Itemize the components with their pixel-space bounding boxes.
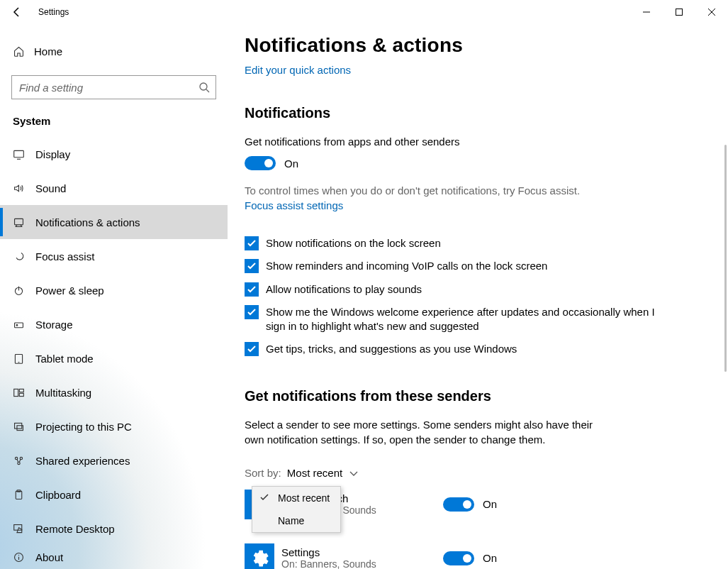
sort-label: Sort by: xyxy=(245,467,281,479)
sidebar-item-label: Remote Desktop xyxy=(35,523,115,535)
projecting-icon xyxy=(13,421,28,433)
sidebar-item-label: Power & sleep xyxy=(35,284,104,297)
close-button[interactable] xyxy=(695,0,728,24)
svg-rect-3 xyxy=(15,219,23,225)
sidebar-item-power-sleep[interactable]: Power & sleep xyxy=(0,273,228,307)
get-notifications-text: Get notifications from apps and other se… xyxy=(245,134,711,149)
sort-value[interactable]: Most recent xyxy=(287,467,342,479)
check-label: Show notifications on the lock screen xyxy=(266,236,441,250)
check-play-sounds[interactable] xyxy=(245,282,259,297)
check-label: Get tips, tricks, and suggestions as you… xyxy=(266,342,517,356)
sidebar-item-tablet-mode[interactable]: Tablet mode xyxy=(0,341,228,375)
dropdown-option-name[interactable]: Name xyxy=(252,509,340,532)
sidebar-item-label: Clipboard xyxy=(35,489,81,501)
display-icon xyxy=(13,148,28,160)
home-icon xyxy=(13,45,28,57)
minimize-button[interactable] xyxy=(630,0,663,24)
check-lock-screen[interactable] xyxy=(245,236,259,250)
sidebar-item-label: About xyxy=(35,551,63,563)
sidebar-item-focus-assist[interactable]: Focus assist xyxy=(0,239,228,273)
sidebar-item-label: Storage xyxy=(35,319,73,331)
sort-dropdown[interactable]: Most recent Name xyxy=(252,486,341,533)
notifications-heading: Notifications xyxy=(245,105,711,121)
svg-rect-2 xyxy=(14,150,24,157)
dropdown-option-most-recent[interactable]: Most recent xyxy=(252,487,340,509)
sidebar-item-multitasking[interactable]: Multitasking xyxy=(0,375,228,409)
sidebar-item-label: Multitasking xyxy=(35,387,91,399)
sidebar-item-storage[interactable]: Storage xyxy=(0,307,228,341)
svg-rect-8 xyxy=(14,389,18,396)
sidebar-item-label: Projecting to this PC xyxy=(35,421,132,433)
sidebar-home-label: Home xyxy=(34,45,62,57)
toggle-state-label: On xyxy=(483,552,497,564)
sidebar-item-notifications[interactable]: Notifications & actions xyxy=(0,205,228,239)
multitasking-icon xyxy=(13,387,28,399)
checkmark-icon xyxy=(259,492,269,504)
power-icon xyxy=(13,284,28,297)
sender-row[interactable]: Settings On: Banners, Sounds On xyxy=(245,536,711,570)
sidebar-home[interactable]: Home xyxy=(0,37,228,65)
sender-toggle[interactable] xyxy=(443,497,474,512)
sidebar-nav: Display Sound Notifications & actions Fo… xyxy=(0,137,228,568)
check-label: Allow notifications to play sounds xyxy=(266,282,422,297)
check-tips-tricks[interactable] xyxy=(245,342,259,356)
svg-rect-16 xyxy=(16,491,22,499)
sidebar-item-shared-experiences[interactable]: Shared experiences xyxy=(0,443,228,477)
senders-heading: Get notifications from these senders xyxy=(245,388,711,404)
sidebar-item-label: Display xyxy=(35,148,70,160)
edit-quick-actions-link[interactable]: Edit your quick actions xyxy=(245,64,351,76)
svg-point-6 xyxy=(16,324,18,326)
sidebar: Home System Display Sound Notification xyxy=(0,24,228,569)
window-title: Settings xyxy=(38,7,69,17)
maximize-button[interactable] xyxy=(663,0,695,24)
focus-assist-icon xyxy=(13,250,28,263)
page-title: Notifications & actions xyxy=(245,34,711,57)
sidebar-item-about[interactable]: About xyxy=(0,546,228,568)
tablet-icon xyxy=(13,353,28,365)
chevron-down-icon xyxy=(349,467,358,479)
sidebar-item-projecting[interactable]: Projecting to this PC xyxy=(0,409,228,443)
main-panel: Notifications & actions Edit your quick … xyxy=(228,24,728,569)
notifications-icon xyxy=(13,216,28,228)
clipboard-icon xyxy=(13,489,28,501)
sort-by[interactable]: Sort by: Most recent xyxy=(245,467,711,479)
sidebar-item-label: Shared experiences xyxy=(35,455,130,467)
dropdown-option-label: Most recent xyxy=(278,492,330,504)
sidebar-item-display[interactable]: Display xyxy=(0,137,228,171)
sidebar-item-clipboard[interactable]: Clipboard xyxy=(0,477,228,512)
toggle-state-label: On xyxy=(483,498,497,510)
focus-assist-hint: To control times when you do or don't ge… xyxy=(245,183,711,198)
svg-rect-10 xyxy=(19,393,23,396)
svg-point-15 xyxy=(18,462,20,464)
remote-desktop-icon xyxy=(13,523,28,535)
sidebar-category: System xyxy=(13,115,228,127)
sender-sub: On: Banners, Sounds xyxy=(281,558,443,569)
dropdown-option-label: Name xyxy=(278,515,304,526)
senders-help: Select a sender to see more settings. So… xyxy=(245,417,599,447)
sender-name: Settings xyxy=(281,546,443,558)
search-input[interactable] xyxy=(12,76,191,99)
check-welcome-experience[interactable] xyxy=(245,305,259,319)
sidebar-item-label: Tablet mode xyxy=(35,353,94,365)
sidebar-item-label: Notifications & actions xyxy=(35,216,140,228)
sound-icon xyxy=(13,182,28,194)
sidebar-item-sound[interactable]: Sound xyxy=(0,171,228,205)
focus-assist-link[interactable]: Focus assist settings xyxy=(245,199,343,211)
scrollbar[interactable] xyxy=(724,145,727,372)
sidebar-item-remote-desktop[interactable]: Remote Desktop xyxy=(0,512,228,546)
check-reminders-voip[interactable] xyxy=(245,259,259,273)
check-label: Show reminders and incoming VoIP calls o… xyxy=(266,259,547,273)
storage-icon xyxy=(13,319,28,331)
about-icon xyxy=(13,551,28,563)
search-icon xyxy=(198,82,210,93)
sidebar-item-label: Sound xyxy=(35,182,66,194)
back-button[interactable] xyxy=(0,0,34,24)
settings-icon xyxy=(245,543,274,570)
notifications-toggle[interactable] xyxy=(245,156,276,170)
search-box[interactable] xyxy=(11,75,216,99)
shared-icon xyxy=(13,455,28,467)
window-controls xyxy=(630,0,728,24)
svg-rect-9 xyxy=(19,389,23,392)
sender-toggle[interactable] xyxy=(443,551,474,565)
svg-rect-5 xyxy=(15,322,23,327)
